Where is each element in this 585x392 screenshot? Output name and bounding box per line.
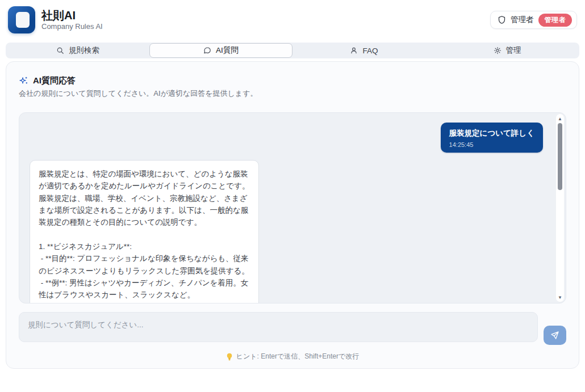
gear-icon: [494, 47, 502, 54]
send-button[interactable]: [544, 326, 566, 345]
section-title: AI質問応答: [33, 75, 76, 86]
tab-rule-search[interactable]: 規則検索: [6, 43, 149, 58]
app-header: 社則AI Company Rules AI 管理者 管理者: [0, 0, 585, 38]
chat-message-list: 服装規定について詳しく 14:25:45 服装規定とは、特定の場面や環境において…: [19, 112, 566, 304]
tab-faq[interactable]: FAQ: [292, 43, 436, 58]
question-input[interactable]: [19, 312, 538, 342]
sparkles-icon: [19, 76, 28, 86]
user-role-pill[interactable]: 管理者 管理者: [490, 11, 577, 29]
shield-icon: [498, 15, 506, 24]
ai-question-panel: AI質問応答 会社の規則について質問してください。AIが適切な回答を提供します。…: [6, 61, 579, 369]
chat-bubble-icon: [203, 47, 211, 54]
search-icon: [56, 47, 64, 54]
tab-label: 管理: [506, 45, 521, 56]
tab-ai-question[interactable]: AI質問: [149, 43, 292, 58]
app-logo-icon: [8, 6, 35, 33]
person-icon: [350, 47, 358, 54]
chat-scrollbar[interactable]: ▲ ▼: [556, 114, 564, 302]
input-hint: ヒント: Enterで送信、Shift+Enterで改行: [19, 352, 566, 361]
tab-label: 規則検索: [69, 45, 99, 56]
lightbulb-icon: [226, 353, 233, 361]
app-title: 社則AI: [41, 9, 103, 22]
main-tabbar: 規則検索 AI質問 FAQ 管理: [6, 43, 579, 58]
brand: 社則AI Company Rules AI: [8, 6, 103, 33]
user-message-bubble: 服装規定について詳しく 14:25:45: [441, 123, 543, 153]
user-message-text: 服装規定について詳しく: [449, 128, 534, 139]
role-badge: 管理者: [538, 14, 573, 27]
ai-message-bubble: 服装規定とは、特定の場面や環境において、どのような服装が適切であるかを定めたルー…: [30, 160, 259, 304]
tab-label: FAQ: [362, 47, 378, 55]
tab-admin[interactable]: 管理: [436, 43, 579, 58]
hint-text: ヒント: Enterで送信、Shift+Enterで改行: [236, 352, 359, 361]
section-subtitle: 会社の規則について質問してください。AIが適切な回答を提供します。: [19, 88, 566, 99]
user-message-time: 14:25:45: [449, 141, 534, 148]
document-icon: [16, 12, 30, 28]
scroll-down-icon[interactable]: ▼: [556, 294, 564, 301]
scroll-up-icon[interactable]: ▲: [556, 115, 564, 122]
scrollbar-thumb[interactable]: [558, 123, 562, 190]
tab-label: AI質問: [216, 45, 239, 56]
app-subtitle: Company Rules AI: [41, 22, 103, 31]
send-paper-plane-icon: [550, 331, 559, 340]
role-label: 管理者: [511, 15, 534, 25]
